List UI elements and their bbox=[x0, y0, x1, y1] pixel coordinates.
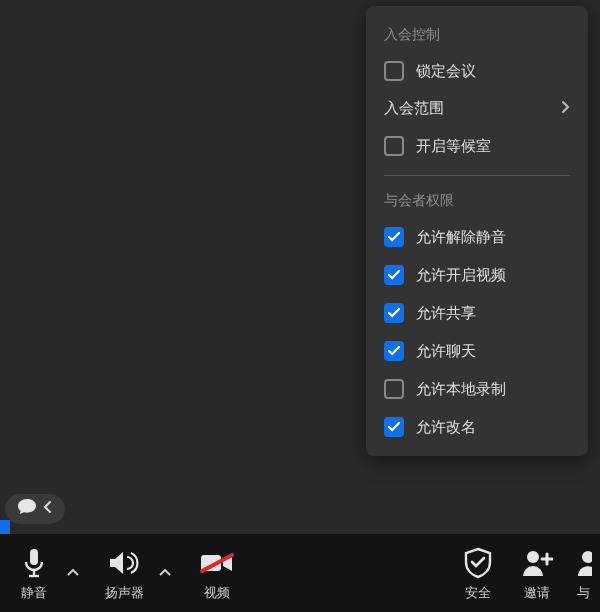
allow-video-item[interactable]: 允许开启视频 bbox=[366, 256, 588, 294]
svg-point-4 bbox=[527, 551, 539, 563]
join-scope-item[interactable]: 入会范围 bbox=[366, 90, 588, 127]
meeting-toolbar: 静音 扬声器 视频 bbox=[0, 534, 600, 612]
lock-meeting-item[interactable]: 锁定会议 bbox=[366, 52, 588, 90]
allow-unmute-item[interactable]: 允许解除静音 bbox=[366, 218, 588, 256]
mute-options-caret[interactable] bbox=[62, 534, 84, 612]
svg-rect-0 bbox=[30, 549, 38, 565]
svg-point-7 bbox=[582, 551, 592, 563]
security-button[interactable]: 安全 bbox=[448, 534, 508, 612]
chevron-right-icon bbox=[561, 100, 570, 118]
checkbox-checked-icon bbox=[384, 341, 404, 361]
lock-meeting-label: 锁定会议 bbox=[416, 62, 570, 81]
security-label: 安全 bbox=[465, 584, 491, 602]
chat-bubble-icon bbox=[17, 498, 37, 520]
mute-label: 静音 bbox=[21, 584, 47, 602]
participant-permissions-heading: 与会者权限 bbox=[366, 186, 588, 218]
with-label: 与 bbox=[577, 584, 590, 602]
speaker-label: 扬声器 bbox=[105, 584, 144, 602]
allow-unmute-label: 允许解除静音 bbox=[416, 228, 570, 247]
checkbox-unchecked-icon bbox=[384, 61, 404, 81]
mute-button[interactable]: 静音 bbox=[6, 534, 62, 612]
allow-rename-label: 允许改名 bbox=[416, 418, 570, 437]
self-view-indicator bbox=[0, 520, 10, 534]
checkbox-checked-icon bbox=[384, 265, 404, 285]
chat-toggle-pill[interactable] bbox=[5, 494, 65, 524]
partial-icon bbox=[574, 544, 592, 582]
allow-local-record-label: 允许本地录制 bbox=[416, 380, 570, 399]
allow-video-label: 允许开启视频 bbox=[416, 266, 570, 285]
checkbox-unchecked-icon bbox=[384, 136, 404, 156]
next-toolbar-button[interactable]: 与 bbox=[566, 534, 600, 612]
speaker-icon bbox=[107, 544, 141, 582]
allow-share-label: 允许共享 bbox=[416, 304, 570, 323]
checkbox-checked-icon bbox=[384, 303, 404, 323]
microphone-icon bbox=[21, 544, 47, 582]
invite-button[interactable]: 邀请 bbox=[508, 534, 566, 612]
checkbox-unchecked-icon bbox=[384, 379, 404, 399]
video-button[interactable]: 视频 bbox=[186, 534, 248, 612]
video-area: 入会控制 锁定会议 入会范围 开启等候室 与会者权限 允许解除静音 bbox=[0, 0, 600, 534]
video-label: 视频 bbox=[204, 584, 230, 602]
speaker-button[interactable]: 扬声器 bbox=[94, 534, 154, 612]
invite-label: 邀请 bbox=[524, 584, 550, 602]
waiting-room-label: 开启等候室 bbox=[416, 137, 570, 156]
checkbox-checked-icon bbox=[384, 417, 404, 437]
checkbox-checked-icon bbox=[384, 227, 404, 247]
allow-share-item[interactable]: 允许共享 bbox=[366, 294, 588, 332]
add-user-icon bbox=[521, 544, 553, 582]
allow-chat-label: 允许聊天 bbox=[416, 342, 570, 361]
shield-icon bbox=[463, 544, 493, 582]
waiting-room-item[interactable]: 开启等候室 bbox=[366, 127, 588, 165]
chevron-left-icon bbox=[43, 500, 53, 518]
allow-chat-item[interactable]: 允许聊天 bbox=[366, 332, 588, 370]
allow-local-record-item[interactable]: 允许本地录制 bbox=[366, 370, 588, 408]
security-popup: 入会控制 锁定会议 入会范围 开启等候室 与会者权限 允许解除静音 bbox=[366, 6, 588, 456]
speaker-options-caret[interactable] bbox=[154, 534, 176, 612]
menu-divider bbox=[384, 175, 570, 176]
camera-off-icon bbox=[199, 544, 235, 582]
allow-rename-item[interactable]: 允许改名 bbox=[366, 408, 588, 446]
join-scope-label: 入会范围 bbox=[384, 99, 549, 118]
join-control-heading: 入会控制 bbox=[366, 20, 588, 52]
